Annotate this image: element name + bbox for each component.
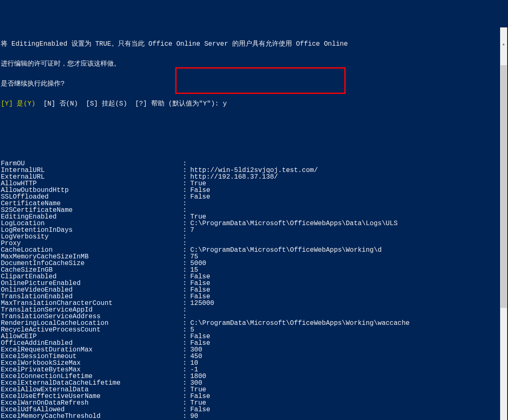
property-value: [190, 233, 507, 240]
property-separator: :: [183, 200, 190, 207]
property-key: SSLOffloaded: [1, 194, 183, 200]
property-row: LogVerbosity:: [1, 233, 507, 240]
property-value: False: [190, 333, 507, 340]
property-value: 125000: [190, 300, 507, 307]
property-key: AllowHTTP: [1, 180, 183, 187]
property-separator: :: [183, 300, 190, 307]
property-value: 15: [190, 267, 507, 273]
prompt-line: [Y] 是(Y) [N] 否(N) [S] 挂起(S) [?] 帮助 (默认值为…: [1, 101, 507, 107]
property-value: [190, 313, 507, 320]
property-key: LogRetentionInDays: [1, 227, 183, 233]
property-separator: :: [183, 360, 190, 366]
property-row: ExcelExternalDataCacheLifetime: 300: [1, 380, 507, 386]
property-value: C:\ProgramData\Microsoft\OfficeWebApps\W…: [190, 320, 507, 327]
property-key: ExcelPrivateBytesMax: [1, 366, 183, 373]
property-row: CacheSizeInGB: 15: [1, 267, 507, 273]
property-separator: :: [183, 307, 190, 313]
property-separator: :: [183, 293, 190, 300]
property-separator: :: [183, 340, 190, 346]
property-key: LogVerbosity: [1, 233, 183, 240]
property-key: LogLocation: [1, 220, 183, 227]
property-separator: :: [183, 207, 190, 214]
property-row: ClipartEnabled: False: [1, 273, 507, 280]
vertical-scrollbar[interactable]: ▲ ▼: [500, 27, 507, 420]
property-value: C:\ProgramData\Microsoft\OfficeWebApps\W…: [190, 247, 507, 253]
property-value: 5: [190, 327, 507, 333]
property-separator: :: [183, 253, 190, 260]
property-row: AllowOutboundHttp: False: [1, 187, 507, 194]
property-key: ExcelAllowExternalData: [1, 386, 183, 393]
property-value: False: [190, 293, 507, 300]
property-row: ExternalURL: http://192.168.37.138/: [1, 174, 507, 180]
property-value: True: [190, 400, 507, 406]
property-separator: :: [183, 167, 190, 174]
property-row: ExcelMemoryCacheThreshold: 90: [1, 413, 507, 420]
property-separator: :: [183, 386, 190, 393]
property-key: OnlineVideoEnabled: [1, 287, 183, 293]
property-separator: :: [183, 267, 190, 273]
property-value: http://win-5ldi2svjqoj.test.com/: [190, 167, 507, 174]
property-separator: :: [183, 400, 190, 406]
property-value: 300: [190, 346, 507, 353]
property-row: OfficeAddinEnabled: False: [1, 340, 507, 346]
property-key: CertificateName: [1, 200, 183, 207]
property-row: OnlinePictureEnabled: False: [1, 280, 507, 287]
properties-list: FarmOU: InternalURL: http://win-5ldi2svj…: [1, 160, 507, 420]
property-row: AllowCEIP: False: [1, 333, 507, 340]
property-row: ExcelConnectionLifetime: 1800: [1, 373, 507, 380]
property-separator: :: [183, 247, 190, 253]
property-key: ExternalURL: [1, 174, 183, 180]
property-key: ExcelUdfsAllowed: [1, 406, 183, 413]
property-row: ExcelAllowExternalData: True: [1, 386, 507, 393]
property-key: MaxTranslationCharacterCount: [1, 300, 183, 307]
property-row: TranslationServiceAppId:: [1, 307, 507, 313]
property-key: RecycleActiveProcessCount: [1, 327, 183, 333]
property-separator: :: [183, 233, 190, 240]
property-separator: :: [183, 327, 190, 333]
property-value: [190, 240, 507, 247]
property-row: ExcelUdfsAllowed: False: [1, 406, 507, 413]
property-row: ExcelSessionTimeout: 450: [1, 353, 507, 360]
scrollbar-up-button[interactable]: ▲: [500, 41, 507, 48]
property-separator: :: [183, 280, 190, 287]
property-key: ExcelExternalDataCacheLifetime: [1, 380, 183, 386]
scrollbar-track[interactable]: [500, 61, 507, 420]
property-row: EditingEnabled: True: [1, 214, 507, 220]
property-separator: :: [183, 346, 190, 353]
property-key: MaxMemoryCacheSizeInMB: [1, 253, 183, 260]
property-separator: :: [183, 194, 190, 200]
scrollbar-thumb[interactable]: [501, 65, 507, 308]
property-key: EditingEnabled: [1, 214, 183, 220]
property-value: True: [190, 180, 507, 187]
property-separator: :: [183, 227, 190, 233]
property-value: [190, 307, 507, 313]
property-value: False: [190, 187, 507, 194]
property-row: LogLocation: C:\ProgramData\Microsoft\Of…: [1, 220, 507, 227]
property-separator: :: [183, 333, 190, 340]
property-separator: :: [183, 220, 190, 227]
property-separator: :: [183, 413, 190, 420]
property-value: 10: [190, 360, 507, 366]
property-value: False: [190, 280, 507, 287]
blank-line: [1, 120, 507, 127]
powershell-terminal[interactable]: 将 EditingEnabled 设置为 TRUE。只有当此 Office On…: [1, 27, 507, 420]
property-separator: :: [183, 366, 190, 373]
property-value: True: [190, 214, 507, 220]
property-separator: :: [183, 406, 190, 413]
property-key: RenderingLocalCacheLocation: [1, 320, 183, 327]
property-key: ExcelRequestDurationMax: [1, 346, 183, 353]
property-separator: :: [183, 353, 190, 360]
property-separator: :: [183, 174, 190, 180]
property-separator: :: [183, 214, 190, 220]
property-value: http://192.168.37.138/: [190, 174, 507, 180]
property-row: CacheLocation: C:\ProgramData\Microsoft\…: [1, 247, 507, 253]
property-value: False: [190, 194, 507, 200]
property-key: AllowCEIP: [1, 333, 183, 340]
property-row: DocumentInfoCacheSize: 5000: [1, 260, 507, 267]
property-key: InternalURL: [1, 167, 183, 174]
property-separator: :: [183, 240, 190, 247]
property-key: CacheLocation: [1, 247, 183, 253]
property-row: ExcelWorkbookSizeMax: 10: [1, 360, 507, 366]
property-value: [190, 160, 507, 167]
property-value: False: [190, 406, 507, 413]
